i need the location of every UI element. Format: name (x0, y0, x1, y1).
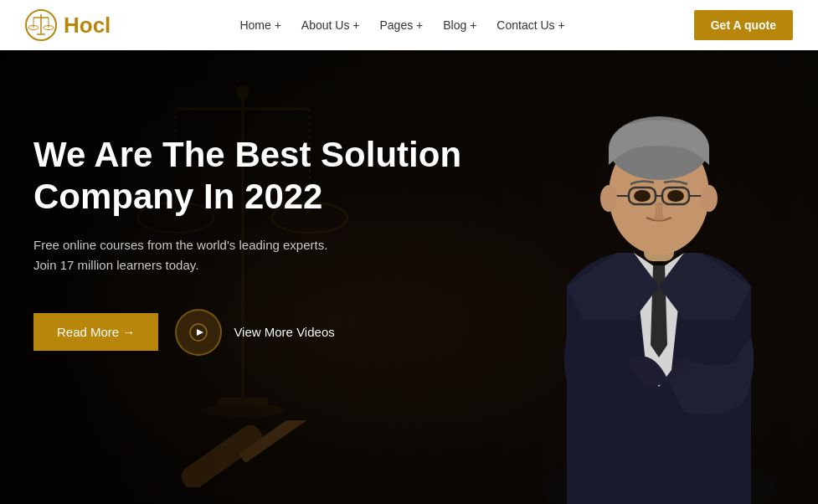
hero-actions: Read More → View More Videos (33, 309, 519, 356)
svg-point-29 (701, 185, 718, 212)
gavel-decoration (167, 420, 335, 487)
hero-content: We Are The Best Solution Company In 2022… (33, 134, 519, 356)
svg-point-26 (634, 190, 651, 202)
get-quote-button[interactable]: Get A quote (694, 10, 793, 40)
nav-home[interactable]: Home + (239, 18, 280, 32)
nav-contact[interactable]: Contact Us + (496, 18, 564, 32)
play-icon (189, 323, 208, 342)
hero-title: We Are The Best Solution Company In 2022 (33, 134, 519, 219)
nav-about[interactable]: About Us + (301, 18, 360, 32)
hero-person (500, 77, 818, 504)
nav-blog[interactable]: Blog + (443, 18, 476, 32)
nav-pages[interactable]: Pages + (379, 18, 423, 32)
read-more-button[interactable]: Read More → (33, 313, 158, 351)
svg-point-28 (600, 185, 617, 212)
video-play-button[interactable] (175, 309, 222, 356)
hero-section: We Are The Best Solution Company In 2022… (0, 50, 818, 504)
logo-area: Hocl (25, 9, 111, 41)
hero-subtitle: Free online courses from the world's lea… (33, 235, 519, 275)
header: Hocl Home + About Us + Pages + Blog + Co… (0, 0, 818, 50)
svg-point-27 (667, 190, 684, 202)
svg-marker-33 (197, 329, 203, 336)
main-nav: Home + About Us + Pages + Blog + Contact… (239, 18, 564, 32)
view-videos-label: View More Videos (234, 325, 334, 339)
logo-icon (25, 9, 57, 41)
video-button-area[interactable]: View More Videos (175, 309, 334, 356)
logo-text: Hocl (64, 13, 111, 39)
